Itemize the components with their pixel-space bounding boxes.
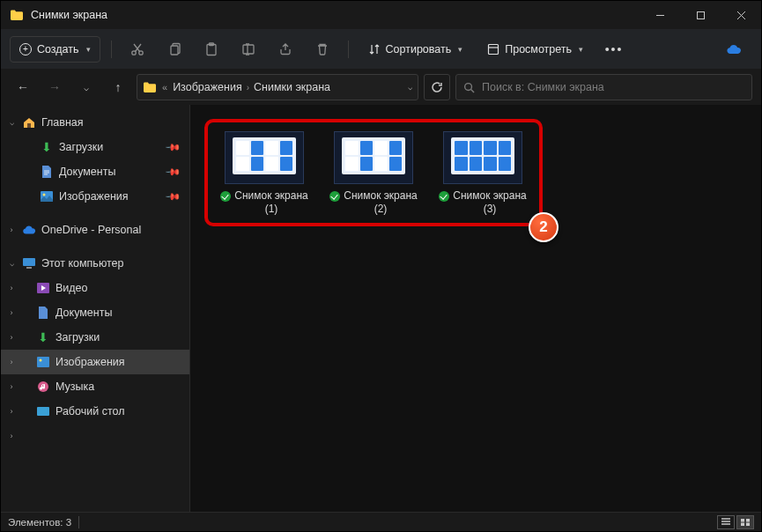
sort-label: Сортировать	[386, 43, 452, 55]
plus-icon: +	[19, 43, 32, 55]
video-icon	[36, 281, 50, 295]
sidebar-item-downloads[interactable]: ⬇Загрузки📌	[1, 135, 189, 159]
titlebar[interactable]: Снимки экрана	[1, 1, 761, 29]
sidebar-item-home[interactable]: ⌵Главная	[1, 110, 189, 135]
content-area[interactable]: Снимок экрана (1) Снимок экрана (2) Сним…	[190, 105, 761, 512]
close-button[interactable]	[721, 1, 761, 29]
sidebar-item-this-pc[interactable]: ⌵Этот компьютер	[1, 251, 189, 276]
up-button[interactable]: ↑	[105, 74, 131, 100]
sidebar-item-downloads2[interactable]: ›⬇Загрузки	[1, 325, 189, 350]
copy-button[interactable]	[159, 36, 189, 63]
chevron-down-icon: ▾	[86, 45, 91, 54]
svg-rect-14	[37, 357, 49, 367]
back-button[interactable]: ←	[10, 74, 36, 100]
sidebar-item-videos[interactable]: ›Видео	[1, 276, 189, 300]
svg-rect-17	[37, 407, 49, 416]
svg-rect-18	[741, 519, 744, 522]
desktop-icon	[36, 404, 50, 418]
sort-button[interactable]: Сортировать ▾	[359, 36, 472, 63]
picture-icon	[36, 355, 50, 369]
nav-row: ← → ⌵ ↑ « Изображения › Снимки экрана ⌵ …	[1, 70, 761, 105]
svg-rect-12	[26, 267, 32, 269]
chevron-down-icon: ▾	[458, 45, 462, 54]
sidebar-item-music[interactable]: ›Музыка	[1, 374, 189, 399]
thumbnails-view-button[interactable]	[736, 515, 754, 529]
window-title: Снимки экрана	[31, 9, 640, 21]
minimize-button[interactable]	[640, 1, 680, 29]
folder-icon	[10, 9, 24, 21]
svg-rect-19	[746, 519, 750, 522]
separator	[111, 41, 112, 58]
svg-point-15	[40, 359, 42, 362]
onedrive-icon	[22, 223, 36, 237]
toolbar: + Создать ▾ Сортировать ▾ Просмотреть ▾ …	[1, 29, 761, 70]
sidebar-item-documents2[interactable]: ›Документы	[1, 300, 189, 325]
recent-button[interactable]: ⌵	[73, 74, 100, 100]
separator	[348, 41, 349, 58]
sidebar-item-onedrive[interactable]: ›OneDrive - Personal	[1, 218, 189, 242]
file-item[interactable]: Снимок экрана (3)	[439, 131, 527, 216]
path-overflow[interactable]: «	[162, 82, 167, 92]
sidebar-item-desktop[interactable]: ›Рабочий стол	[1, 399, 189, 424]
rename-button[interactable]	[233, 36, 263, 63]
new-button[interactable]: + Создать ▾	[10, 36, 100, 63]
svg-rect-21	[746, 522, 750, 526]
new-button-label: Создать	[37, 43, 79, 55]
status-bar: Элементов: 3	[1, 512, 761, 531]
sync-check-icon	[439, 191, 449, 202]
svg-rect-3	[171, 46, 178, 55]
chevron-down-icon[interactable]: ⌵	[408, 83, 412, 92]
paste-button[interactable]	[196, 36, 226, 63]
maximize-button[interactable]	[680, 1, 721, 29]
breadcrumb-current[interactable]: Снимки экрана	[254, 81, 330, 93]
svg-rect-4	[207, 44, 216, 55]
sidebar-item-pictures2[interactable]: ›Изображения	[1, 350, 189, 374]
thumbnail-icon	[225, 131, 304, 184]
search-placeholder: Поиск в: Снимки экрана	[482, 81, 604, 93]
navigation-pane[interactable]: ⌵Главная ⬇Загрузки📌 Документы📌 Изображен…	[1, 105, 190, 512]
sync-check-icon	[220, 191, 231, 202]
sidebar-item-documents[interactable]: Документы📌	[1, 159, 189, 184]
details-view-button[interactable]	[717, 515, 735, 529]
music-icon	[36, 380, 50, 394]
download-icon: ⬇	[36, 330, 50, 344]
annotation-badge: 2	[529, 212, 559, 242]
explorer-window: Снимки экрана + Создать ▾ Сортировать ▾ …	[1, 1, 761, 531]
pin-icon: 📌	[164, 163, 181, 180]
sync-check-icon	[329, 191, 340, 202]
svg-rect-20	[741, 522, 744, 526]
file-item[interactable]: Снимок экрана (2)	[329, 131, 418, 216]
thumbnail-icon	[443, 131, 522, 184]
sidebar-item-pictures[interactable]: Изображения📌	[1, 184, 189, 209]
view-button[interactable]: Просмотреть ▾	[478, 36, 592, 63]
main-area: ⌵Главная ⬇Загрузки📌 Документы📌 Изображен…	[1, 105, 761, 512]
pin-icon: 📌	[164, 188, 181, 204]
sidebar-item-more[interactable]: ›	[1, 424, 189, 448]
file-name: Снимок экрана (2)	[344, 189, 418, 216]
separator	[78, 516, 79, 528]
file-name: Снимок экрана (1)	[234, 189, 308, 216]
view-icon	[487, 43, 499, 55]
svg-rect-6	[243, 45, 254, 54]
chevron-right-icon: ›	[247, 83, 249, 92]
forward-button[interactable]: →	[41, 74, 68, 100]
view-label: Просмотреть	[505, 43, 572, 55]
thumbnail-icon	[334, 131, 413, 184]
search-icon	[463, 82, 475, 93]
file-item[interactable]: Снимок экрана (1)	[220, 131, 308, 216]
svg-rect-0	[697, 11, 704, 18]
breadcrumb-parent[interactable]: Изображения	[173, 81, 242, 93]
svg-point-8	[465, 83, 472, 90]
svg-rect-11	[23, 258, 35, 266]
share-button[interactable]	[270, 36, 300, 63]
search-box[interactable]: Поиск в: Снимки экрана	[455, 74, 752, 100]
delete-button[interactable]	[307, 36, 337, 63]
refresh-button[interactable]	[424, 74, 450, 100]
svg-point-10	[43, 194, 46, 196]
home-icon	[22, 115, 36, 129]
onedrive-cloud-icon[interactable]	[726, 44, 742, 55]
cut-button[interactable]	[122, 36, 152, 63]
status-item-count: Элементов: 3	[8, 517, 71, 528]
more-button[interactable]: •••	[599, 36, 629, 63]
address-bar[interactable]: « Изображения › Снимки экрана ⌵	[137, 74, 418, 100]
